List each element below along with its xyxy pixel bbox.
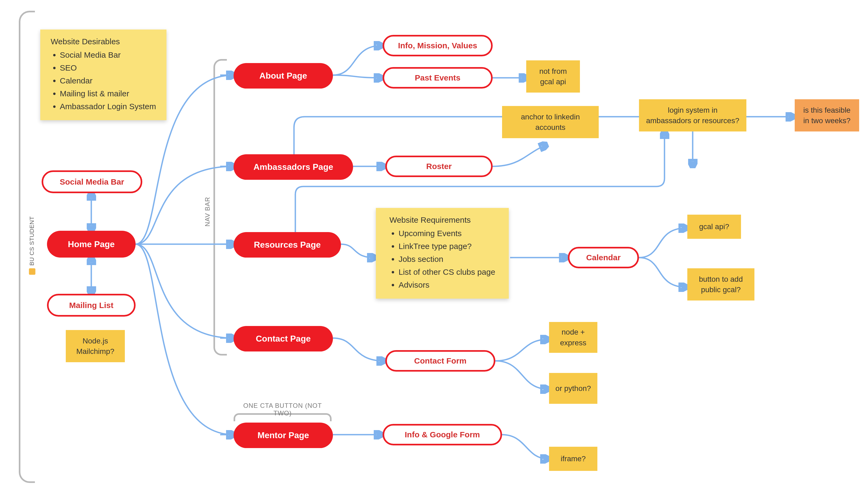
node-contact-form[interactable]: Contact Form [385,350,495,372]
sticky-or-python[interactable]: or python? [549,373,597,404]
sticky-feasible[interactable]: is this feasible in two weeks? [795,99,859,132]
sticky-node-mailchimp[interactable]: Node.js Mailchimp? [66,330,125,362]
node-roster[interactable]: Roster [385,155,493,177]
nav-bracket-label: NAV BAR [204,197,211,227]
node-info-mission-values[interactable]: Info, Mission, Values [383,35,493,56]
node-contact-page[interactable]: Contact Page [233,326,333,351]
diagram-canvas[interactable]: BU CS STUDENT NAV BAR ONE CTA BUTTON (NO… [0,0,868,491]
node-mailing-list[interactable]: Mailing List [47,294,136,317]
sticky-requirements[interactable]: Website Requirements Upcoming Events Lin… [376,208,509,299]
outer-bracket [19,11,35,483]
nav-bracket [214,59,227,355]
cta-bracket-label: ONE CTA BUTTON (NOT TWO) [233,402,332,417]
sticky-requirements-list: Upcoming Events LinkTree type page? Jobs… [389,228,495,291]
sticky-gcal-api[interactable]: gcal api? [687,215,741,239]
sticky-add-gcal[interactable]: button to add public gcal? [687,268,754,300]
node-info-google-form[interactable]: Info & Google Form [383,424,502,445]
sticky-desirables-heading: Website Desirables [51,36,156,47]
node-ambassadors-page[interactable]: Ambassadors Page [233,154,353,180]
node-past-events[interactable]: Past Events [383,67,493,89]
node-home-page[interactable]: Home Page [47,231,136,258]
sticky-requirements-heading: Website Requirements [389,214,495,226]
sticky-desirables[interactable]: Website Desirables Social Media Bar SEO … [40,30,166,120]
node-mentor-page[interactable]: Mentor Page [233,423,333,448]
node-resources-page[interactable]: Resources Page [233,232,341,258]
node-social-media-bar[interactable]: Social Media Bar [41,170,142,193]
sticky-iframe[interactable]: iframe? [549,447,597,471]
node-calendar[interactable]: Calendar [568,247,639,268]
sticky-not-gcal[interactable]: not from gcal api [526,60,580,92]
sticky-anchor-linkedin[interactable]: anchor to linkedin accounts [502,106,599,138]
node-about-page[interactable]: About Page [233,63,333,89]
sticky-desirables-list: Social Media Bar SEO Calendar Mailing li… [51,49,156,112]
sticky-login-question[interactable]: login system in ambassadors or resources… [639,99,746,132]
sticky-node-express[interactable]: node + express [549,322,597,353]
